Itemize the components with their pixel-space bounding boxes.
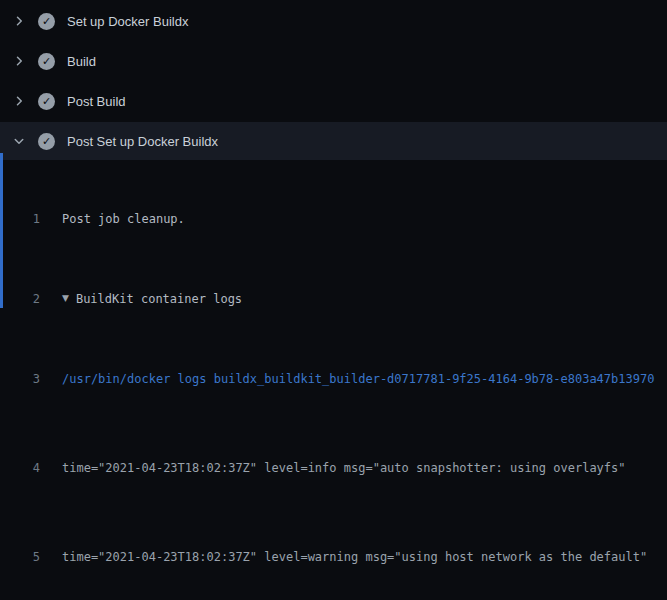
success-check-icon: ✓ [38, 133, 55, 150]
success-check-icon: ✓ [38, 13, 55, 30]
log-line-text[interactable]: BuildKit container logs [76, 289, 242, 309]
chevron-right-icon [13, 55, 25, 67]
log-line: 5 time="2021-04-23T18:02:37Z" level=warn… [0, 547, 667, 567]
collapse-triangle-icon[interactable]: ▼ [62, 289, 69, 308]
step-list: ✓ Set up Docker Buildx ✓ Build ✓ Post Bu… [0, 0, 667, 160]
step-label: Post Set up Docker Buildx [67, 134, 218, 149]
chevron-right-icon [13, 15, 25, 27]
log-line-text: time="2021-04-23T18:02:37Z" level=info m… [62, 458, 626, 478]
success-check-icon: ✓ [38, 93, 55, 110]
success-check-icon: ✓ [38, 53, 55, 70]
scrollbar-thumb[interactable] [0, 153, 3, 308]
actions-log-viewer: { "steps": [ {"label": "Set up Docker Bu… [0, 0, 667, 600]
step-label: Build [67, 54, 96, 69]
step-post-set-up-docker-buildx[interactable]: ✓ Post Set up Docker Buildx [0, 122, 667, 160]
step-label: Post Build [67, 94, 126, 109]
line-number[interactable]: 5 [0, 547, 40, 567]
chevron-right-icon [13, 95, 25, 107]
step-build[interactable]: ✓ Build [0, 42, 667, 80]
step-post-build[interactable]: ✓ Post Build [0, 82, 667, 120]
chevron-down-icon [13, 135, 25, 147]
log-line-text: Post job cleanup. [62, 209, 185, 229]
log-line: 3 /usr/bin/docker logs buildx_buildkit_b… [0, 369, 667, 389]
line-number[interactable]: 3 [0, 369, 40, 389]
log-line: 4 time="2021-04-23T18:02:37Z" level=info… [0, 458, 667, 478]
line-number[interactable]: 2 [0, 289, 40, 309]
log-line: 2 ▼BuildKit container logs [0, 289, 667, 309]
log-area: 1 Post job cleanup. 2 ▼BuildKit containe… [0, 169, 667, 600]
log-line-text: time="2021-04-23T18:02:37Z" level=warnin… [62, 547, 647, 567]
step-set-up-docker-buildx[interactable]: ✓ Set up Docker Buildx [0, 2, 667, 40]
line-number[interactable]: 1 [0, 209, 40, 229]
log-line: 1 Post job cleanup. [0, 209, 667, 229]
step-label: Set up Docker Buildx [67, 14, 188, 29]
line-number[interactable]: 4 [0, 458, 40, 478]
log-line-text: /usr/bin/docker logs buildx_buildkit_bui… [62, 369, 654, 389]
